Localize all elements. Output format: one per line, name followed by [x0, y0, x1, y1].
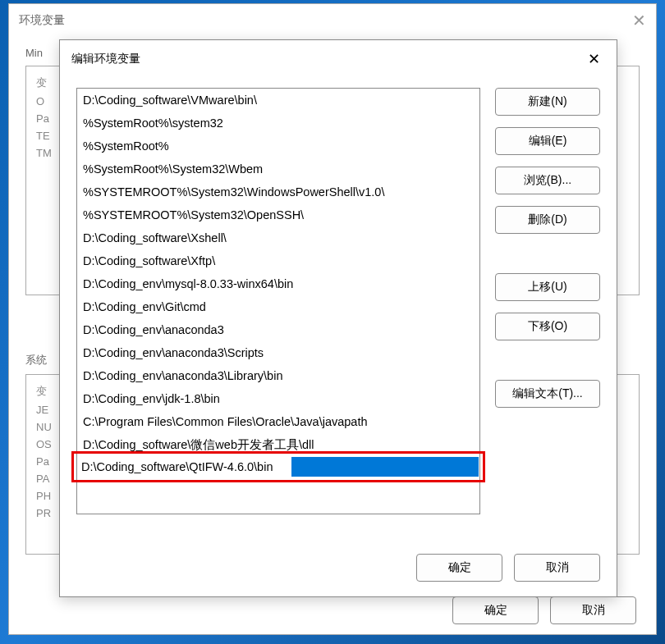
- path-listbox[interactable]: D:\Coding_software\VMware\bin\%SystemRoo…: [76, 88, 480, 514]
- list-item[interactable]: %SYSTEMROOT%\System32\WindowsPowerShell\…: [77, 180, 479, 203]
- close-icon[interactable]: ✕: [632, 11, 646, 30]
- front-footer: 确定 取消: [60, 542, 617, 596]
- list-item[interactable]: D:\Coding_software\微信web开发者工具\dll: [77, 433, 479, 456]
- path-edit-input[interactable]: [78, 457, 291, 477]
- back-dialog-header: 环境变量 ✕: [9, 4, 656, 37]
- list-item[interactable]: D:\Coding_env\anaconda3\Library\bin: [77, 364, 479, 387]
- ok-button[interactable]: 确定: [452, 596, 539, 624]
- close-icon[interactable]: ✕: [583, 48, 605, 70]
- cancel-button[interactable]: 取消: [550, 596, 636, 624]
- movedown-button[interactable]: 下移(O): [495, 313, 600, 340]
- back-footer: 确定 取消: [452, 596, 636, 624]
- browse-button[interactable]: 浏览(B)...: [495, 167, 600, 194]
- list-item[interactable]: %SystemRoot%: [77, 135, 479, 158]
- list-item[interactable]: D:\Coding_software\VMware\bin\: [77, 89, 479, 112]
- list-item[interactable]: D:\Coding_software\Xshell\: [77, 226, 479, 249]
- list-item[interactable]: D:\Coding_env\Git\cmd: [77, 295, 479, 318]
- list-item[interactable]: D:\Coding_env\anaconda3\Scripts: [77, 341, 479, 364]
- path-listbox-wrap: D:\Coding_software\VMware\bin\%SystemRoo…: [76, 88, 480, 532]
- edittext-button[interactable]: 编辑文本(T)...: [495, 380, 600, 408]
- cancel-button[interactable]: 取消: [514, 554, 600, 582]
- front-dialog-body: D:\Coding_software\VMware\bin\%SystemRoo…: [60, 78, 617, 542]
- list-item[interactable]: D:\Coding_env\anaconda3: [77, 318, 479, 341]
- edit-selection-highlight: [291, 457, 479, 477]
- moveup-button[interactable]: 上移(U): [495, 273, 600, 301]
- spacer: [495, 352, 600, 368]
- list-item-editing[interactable]: [77, 456, 479, 477]
- list-item[interactable]: D:\Coding_software\Xftp\: [77, 249, 479, 272]
- list-item[interactable]: C:\Program Files\Common Files\Oracle\Jav…: [77, 410, 479, 433]
- front-dialog-title: 编辑环境变量: [71, 52, 140, 66]
- back-dialog-title: 环境变量: [19, 13, 65, 28]
- side-buttons: 新建(N) 编辑(E) 浏览(B)... 删除(D) 上移(U) 下移(O) 编…: [495, 88, 600, 532]
- delete-button[interactable]: 删除(D): [495, 206, 600, 234]
- spacer: [495, 245, 600, 262]
- list-item[interactable]: D:\Coding_env\mysql-8.0.33-winx64\bin: [77, 272, 479, 295]
- edit-environment-variable-dialog: 编辑环境变量 ✕ D:\Coding_software\VMware\bin\%…: [59, 39, 617, 597]
- new-button[interactable]: 新建(N): [495, 88, 600, 116]
- list-item[interactable]: %SystemRoot%\System32\Wbem: [77, 158, 479, 180]
- front-dialog-header: 编辑环境变量 ✕: [60, 40, 617, 78]
- ok-button[interactable]: 确定: [416, 554, 502, 582]
- list-item[interactable]: %SystemRoot%\system32: [77, 112, 479, 135]
- edit-button[interactable]: 编辑(E): [495, 127, 600, 155]
- list-item[interactable]: D:\Coding_env\jdk-1.8\bin: [77, 387, 479, 410]
- list-item[interactable]: %SYSTEMROOT%\System32\OpenSSH\: [77, 203, 479, 226]
